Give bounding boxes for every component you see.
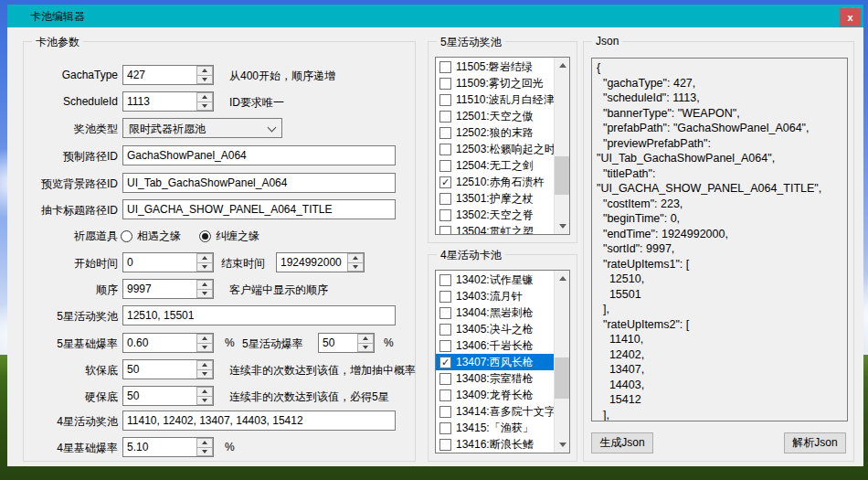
json-textbox[interactable]: { "gachaType": 427, "scheduleId": 1113, … — [591, 58, 848, 421]
row-time: 开始时间 结束时间 — [24, 252, 415, 272]
checkbox-icon[interactable] — [439, 439, 451, 451]
row-preview-path: 预览背景路径ID — [24, 173, 415, 193]
scroll-down-icon[interactable] — [555, 219, 570, 234]
item-label: 13502:天空之脊 — [456, 208, 534, 223]
checkbox-icon[interactable] — [439, 111, 451, 123]
checkbox-icon[interactable] — [439, 307, 451, 319]
checkbox-icon[interactable] — [439, 226, 451, 236]
list-item[interactable]: 13402:试作星镰 — [436, 272, 554, 288]
checkbox-icon[interactable] — [439, 291, 451, 303]
schedule-id-hint: ID要求唯一 — [229, 95, 284, 111]
radio-icon[interactable] — [199, 230, 211, 242]
radio-icon[interactable] — [121, 230, 132, 242]
titlebar[interactable]: 卡池编辑器 x — [7, 5, 863, 27]
checkbox-icon[interactable] — [439, 324, 451, 336]
preview-path-label: 预览背景路径ID — [24, 176, 118, 192]
list-item[interactable]: 13404:黑岩刺枪 — [436, 304, 554, 321]
spin-down-icon[interactable] — [357, 343, 374, 353]
star5-pool-input[interactable] — [122, 305, 396, 325]
checkbox-icon[interactable] — [439, 144, 451, 155]
checkbox-icon[interactable] — [439, 193, 451, 205]
spin-down-icon[interactable] — [196, 447, 213, 457]
checkbox-icon[interactable]: ✓ — [439, 357, 451, 368]
checkbox-icon[interactable] — [439, 389, 451, 401]
star5-group-title: 5星活动奖池 — [437, 35, 505, 50]
star5-groupbox: 5星活动奖池 11505:磐岩结绿11509:雾切之回光11510:波乱月白经津… — [428, 41, 577, 243]
row-star4-pool: 4星活动奖池 — [24, 411, 415, 431]
star4-pool-label: 4星活动奖池 — [24, 414, 118, 430]
scroll-up-icon[interactable] — [555, 271, 570, 286]
checkbox-icon[interactable] — [439, 422, 451, 434]
item-label: 相遇之缘 — [137, 229, 181, 244]
list-item[interactable]: 12501:天空之傲 — [436, 108, 554, 124]
spin-down-icon[interactable] — [196, 369, 213, 379]
list-item[interactable]: 11510:波乱月白经津 — [436, 91, 554, 108]
star4-base-rate-unit: % — [225, 441, 235, 453]
star4-list-rows: 13402:试作星镰13403:流月针13404:黑岩刺枪13405:决斗之枪1… — [436, 272, 554, 453]
list-item[interactable]: 13409:龙脊长枪 — [436, 387, 554, 403]
checkbox-icon[interactable] — [439, 373, 451, 385]
star4-pool-input[interactable] — [122, 411, 396, 431]
row-pool-type: 奖池类型 限时武器祈愿池 — [24, 118, 415, 138]
scroll-thumb[interactable] — [555, 156, 570, 195]
spin-down-icon[interactable] — [196, 101, 213, 112]
star4-scrollbar[interactable] — [554, 271, 569, 453]
checkbox-icon[interactable]: ✓ — [439, 176, 451, 188]
generate-json-button[interactable]: 生成Json — [591, 432, 653, 453]
checkbox-icon[interactable] — [439, 61, 451, 73]
list-item[interactable]: 13504:贯虹之槊 — [436, 223, 554, 235]
pool-type-select[interactable]: 限时武器祈愿池 — [122, 118, 282, 138]
scroll-up-icon[interactable] — [555, 58, 570, 73]
checkbox-icon[interactable] — [439, 78, 451, 90]
star5-scrollbar[interactable] — [554, 58, 569, 234]
prefab-path-input[interactable] — [122, 145, 396, 165]
list-item[interactable]: 13405:决斗之枪 — [436, 321, 554, 337]
spin-down-icon[interactable] — [196, 75, 213, 85]
list-item[interactable]: 11505:磐岩结绿 — [436, 59, 554, 75]
star5-up-rate-unit: % — [384, 336, 394, 349]
item-label: 13408:宗室猎枪 — [456, 371, 534, 387]
parse-json-button[interactable]: 解析Json — [784, 432, 846, 453]
params-groupbox: 卡池参数 GachaType 从400开始，顺序递增 ScheduleId ID… — [23, 41, 416, 462]
spin-down-icon[interactable] — [196, 262, 213, 272]
item-label: 12503:松籁响起之时 — [456, 142, 556, 157]
list-item[interactable]: 13403:流月针 — [436, 288, 554, 304]
spin-down-icon[interactable] — [347, 262, 364, 272]
checkbox-icon[interactable] — [439, 340, 451, 352]
radio-option[interactable]: 相遇之缘 — [121, 229, 181, 244]
checkbox-icon[interactable] — [439, 406, 451, 418]
list-item[interactable]: 13416:断浪长鳍 — [436, 436, 554, 453]
list-item[interactable]: 11509:雾切之回光 — [436, 75, 554, 91]
list-item[interactable]: 13408:宗室猎枪 — [436, 370, 554, 387]
scroll-thumb[interactable] — [555, 357, 570, 399]
list-item[interactable]: ✓13407:西风长枪 — [436, 354, 554, 370]
list-item[interactable]: 12502:狼的末路 — [436, 124, 554, 141]
spin-down-icon[interactable] — [196, 289, 213, 299]
preview-path-input[interactable] — [122, 173, 396, 193]
item-label: 13403:流月针 — [456, 289, 523, 304]
checkbox-icon[interactable] — [439, 127, 451, 139]
list-item[interactable]: 13414:喜多院十文字 — [436, 403, 554, 420]
checkbox-icon[interactable] — [439, 209, 451, 221]
item-label: 12502:狼的末路 — [456, 125, 534, 141]
list-item[interactable]: 12503:松籁响起之时 — [436, 141, 554, 157]
list-item[interactable]: 12504:无工之剑 — [436, 157, 554, 174]
list-item[interactable]: 13502:天空之脊 — [436, 207, 554, 223]
radio-option[interactable]: 纠缠之缘 — [199, 229, 259, 244]
checkbox-icon[interactable] — [439, 274, 451, 286]
spin-down-icon[interactable] — [196, 396, 213, 406]
checkbox-icon[interactable] — [439, 160, 451, 172]
close-icon[interactable]: x — [840, 8, 861, 27]
list-item[interactable]: 13415:「渔获」 — [436, 420, 554, 436]
row-prefab-path: 预制路径ID — [24, 145, 415, 165]
list-item[interactable]: 13406:千岩长枪 — [436, 337, 554, 354]
list-item[interactable]: 13501:护摩之杖 — [436, 190, 554, 207]
scroll-down-icon[interactable] — [555, 437, 570, 453]
checkbox-icon[interactable] — [439, 94, 451, 106]
spin-down-icon[interactable] — [196, 343, 213, 353]
list-item[interactable]: ✓12510:赤角石溃杵 — [436, 174, 554, 190]
soft-pity-spinner — [122, 359, 214, 379]
star5-base-rate-label: 5星基础爆率 — [24, 336, 118, 352]
title-path-input[interactable] — [122, 199, 396, 219]
item-label: 12504:无工之剑 — [456, 158, 534, 174]
